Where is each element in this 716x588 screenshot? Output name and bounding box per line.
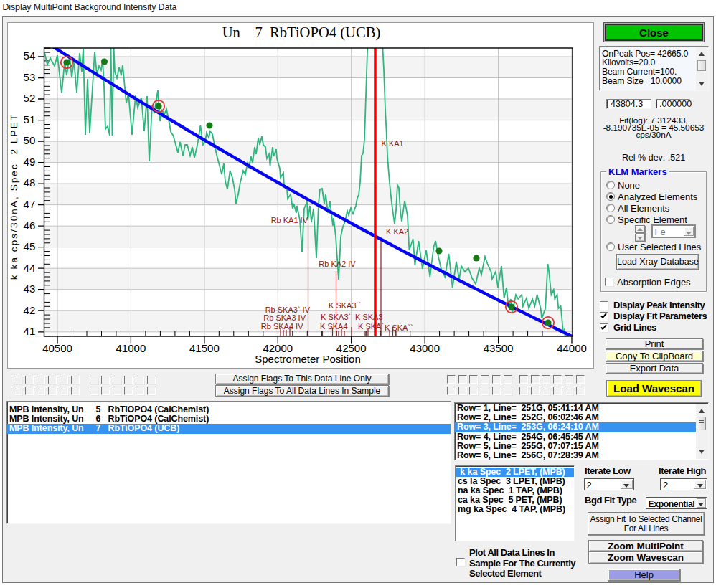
svg-text:42: 42 [24, 304, 36, 316]
svg-text:K KA1: K KA1 [382, 139, 404, 148]
svg-text:43: 43 [24, 283, 36, 295]
svg-text:Spectrometer Position: Spectrometer Position [255, 353, 361, 365]
svg-text:53: 53 [24, 71, 36, 83]
svg-text:K SKA3`: K SKA3` [321, 313, 351, 321]
svg-text:44000: 44000 [557, 342, 587, 354]
svg-text:45: 45 [24, 240, 36, 252]
svg-text:40500: 40500 [42, 342, 72, 354]
svg-text:41000: 41000 [116, 342, 146, 354]
svg-text:41: 41 [24, 325, 36, 337]
svg-text:Rb SKA3 IV: Rb SKA3 IV [263, 313, 306, 322]
svg-text:K SKA3``: K SKA3`` [329, 301, 362, 310]
svg-text:50: 50 [24, 134, 36, 146]
svg-text:43000: 43000 [410, 342, 440, 354]
svg-text:43500: 43500 [484, 342, 514, 354]
svg-text:k ka cps/30nA, Spec 2 LPET: k ka cps/30nA, Spec 2 LPET [9, 113, 19, 280]
svg-text:Rb KA1 IV: Rb KA1 IV [271, 216, 308, 224]
svg-text:52: 52 [24, 92, 36, 104]
svg-text:K SKA3: K SKA3 [355, 313, 383, 321]
svg-text:K SKA``: K SKA`` [385, 323, 413, 332]
svg-text:41500: 41500 [189, 342, 220, 354]
svg-text:Rb SKA4 IV: Rb SKA4 IV [261, 322, 303, 331]
svg-text:K SKA4: K SKA4 [320, 322, 348, 331]
svg-text:44: 44 [24, 262, 36, 274]
svg-text:51: 51 [24, 113, 36, 125]
svg-text:54: 54 [24, 49, 36, 62]
svg-text:48: 48 [24, 176, 36, 189]
svg-text:Un 7 RbTiOPO4 (UCB): Un 7 RbTiOPO4 (UCB) [222, 24, 381, 41]
svg-text:46: 46 [24, 219, 36, 232]
svg-text:Rb KA2 IV: Rb KA2 IV [319, 260, 356, 268]
svg-text:49: 49 [24, 156, 36, 168]
svg-text:K KA2: K KA2 [386, 227, 408, 236]
svg-text:K SKA`: K SKA` [358, 322, 384, 331]
svg-text:47: 47 [24, 198, 36, 210]
